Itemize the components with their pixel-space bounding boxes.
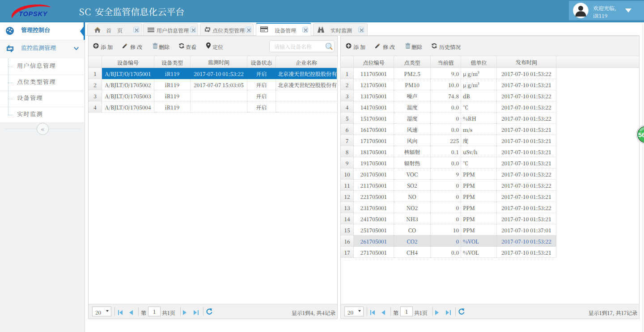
svg-text:56: 56 <box>638 131 644 139</box>
svg-text:TOPSKY: TOPSKY <box>19 10 48 17</box>
